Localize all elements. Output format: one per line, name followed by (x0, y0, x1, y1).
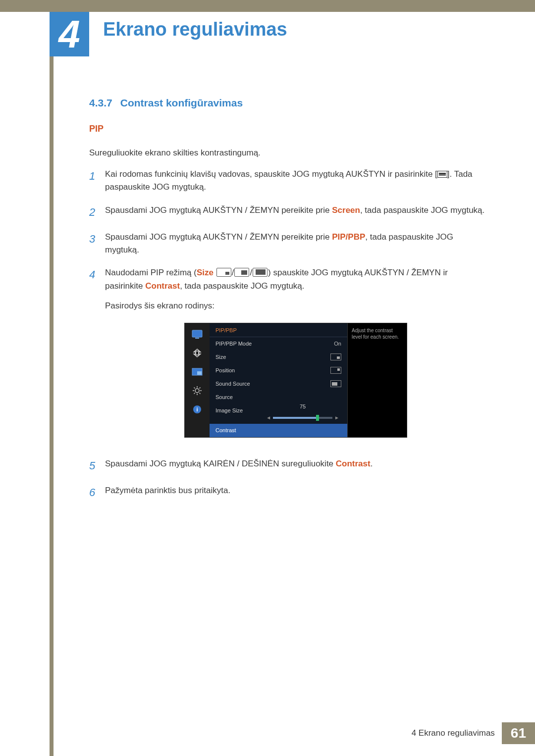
step-1: 1 Kai rodomas funkcinių klavišų vadovas,… (89, 168, 485, 194)
keyword-pippbp: PIP/PBP (332, 232, 365, 242)
svg-point-4 (195, 389, 199, 393)
osd-label: Source (215, 393, 233, 402)
step-3: 3 Spausdami JOG mygtuką AUKŠTYN / ŽEMYN … (89, 231, 485, 257)
step-number: 5 (89, 457, 105, 474)
step-6: 6 Pažymėta parinktis bus pritaikyta. (89, 484, 485, 501)
osd-sidebar: i (185, 323, 210, 438)
step-text: , tada paspauskite JOG mygtuką. (360, 205, 484, 215)
svg-line-12 (194, 393, 195, 394)
step-text: Pažymėta parinktis bus pritaikyta. (105, 484, 485, 501)
svg-line-9 (194, 387, 195, 388)
top-decor-bar (0, 0, 535, 12)
osd-panel-title: PIP/PBP (210, 323, 347, 337)
step-number: 1 (89, 168, 105, 194)
section-title: Contrast konfigūravimas (120, 97, 243, 108)
osd-row-size: Size (210, 351, 347, 364)
arrow-left-icon: ◄ (264, 414, 273, 422)
keyword-size: Size (197, 268, 214, 277)
step-text: Naudodami PIP režimą ( (105, 268, 197, 277)
size-icon-small (216, 268, 231, 277)
osd-icon-picture (191, 329, 203, 339)
size-icon-large (253, 268, 268, 277)
size-icon-medium (234, 268, 249, 277)
osd-row-contrast: Contrast (210, 424, 347, 437)
step-text: Spausdami JOG mygtuką AUKŠTYN / ŽEMYN pe… (105, 232, 332, 242)
osd-label: Sound Source (215, 380, 250, 388)
osd-main-panel: PIP/PBP PIP/PBP Mode On Size Position (210, 323, 347, 438)
step-text: Kai rodomas funkcinių klavišų vadovas, s… (105, 169, 437, 179)
osd-screenshot: i PIP/PBP PIP/PBP Mode On Size (184, 323, 485, 438)
step-5: 5 Spausdami JOG mygtuką KAIRĖN / DEŠINĖN… (89, 457, 485, 474)
osd-size-thumb-icon (330, 353, 341, 360)
osd-row-sound: Sound Source (210, 377, 347, 391)
svg-line-10 (200, 393, 201, 394)
svg-rect-1 (195, 338, 199, 339)
osd-icon-screen (191, 348, 203, 358)
footer-page-number: 61 (502, 722, 535, 744)
step-text: Pasirodys šis ekrano rodinys: (105, 300, 485, 312)
step-number: 6 (89, 484, 105, 501)
osd-row-source: Source (210, 391, 347, 404)
osd-value: On (334, 340, 341, 348)
step-number: 3 (89, 231, 105, 257)
footer-chapter-text: 4 Ekrano reguliavimas (412, 728, 495, 738)
step-number: 2 (89, 204, 105, 221)
step-2: 2 Spausdami JOG mygtuką AUKŠTYN / ŽEMYN … (89, 204, 485, 221)
steps-list: 1 Kai rodomas funkcinių klavišų vadovas,… (89, 168, 485, 502)
osd-row-position: Position (210, 364, 347, 377)
osd-row-image-size: Image Size 75 ◄ ► (210, 404, 347, 424)
osd-help-text: Adjust the contrast level for each scree… (347, 323, 407, 438)
section-heading: 4.3.7Contrast konfigūravimas (89, 97, 485, 109)
osd-sound-thumb-icon (330, 380, 341, 387)
intro-text: Sureguliuokite ekrano skilties kontrasti… (89, 148, 485, 158)
step-4: 4 Naudodami PIP režimą (Size //) spauski… (89, 266, 485, 448)
chapter-number-badge: 4 (50, 12, 89, 56)
arrow-right-icon: ► (332, 414, 341, 422)
step-text: . (371, 459, 373, 468)
keyword-screen: Screen (332, 205, 360, 215)
menu-icon (437, 171, 447, 178)
osd-icon-pip (191, 367, 203, 377)
svg-line-11 (200, 387, 201, 388)
keyword-contrast: Contrast (145, 281, 180, 291)
left-decor-bar (50, 0, 54, 756)
step-number: 4 (89, 266, 105, 448)
osd-label: Position (215, 366, 235, 375)
keyword-contrast: Contrast (336, 459, 371, 468)
chapter-title: Ekrano reguliavimas (103, 19, 287, 40)
section-number: 4.3.7 (89, 97, 112, 109)
svg-rect-3 (197, 371, 202, 375)
osd-slider-track (273, 417, 332, 419)
osd-label: Size (215, 353, 226, 361)
osd-slider-value: 75 (273, 403, 332, 411)
osd-icon-settings (191, 386, 203, 396)
page-content: 4.3.7Contrast konfigūravimas PIP Suregul… (89, 97, 485, 511)
osd-row-mode: PIP/PBP Mode On (210, 337, 347, 351)
step-text: Spausdami JOG mygtuką AUKŠTYN / ŽEMYN pe… (105, 205, 332, 215)
svg-rect-0 (192, 330, 202, 337)
step-text: Spausdami JOG mygtuką KAIRĖN / DEŠINĖN s… (105, 459, 336, 468)
osd-label: PIP/PBP Mode (215, 340, 252, 348)
subheading-pip: PIP (89, 124, 485, 134)
svg-text:i: i (196, 406, 198, 412)
osd-slider-knob (316, 415, 319, 421)
osd-label: Image Size (215, 406, 243, 415)
osd-label: Contrast (215, 426, 236, 435)
step-text: , tada paspauskite JOG mygtuką. (180, 281, 304, 291)
osd-icon-info: i (191, 404, 203, 414)
osd-position-thumb-icon (330, 367, 341, 374)
page-footer: 4 Ekrano reguliavimas 61 (412, 722, 535, 744)
